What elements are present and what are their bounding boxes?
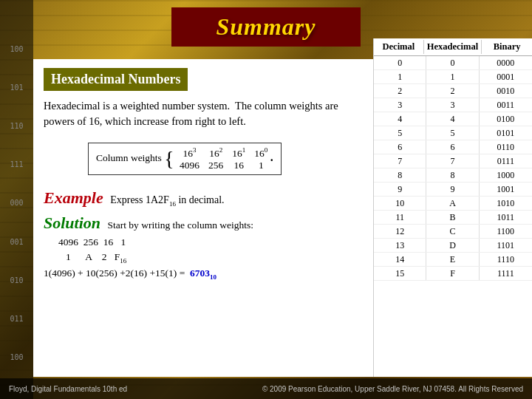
table-row: 550101 — [374, 126, 532, 140]
left-binary-column: 100 101 110 111 000 001 010 011 100 — [0, 0, 33, 399]
solution-label: Solution — [44, 214, 100, 232]
cell-r14-c1: E — [426, 253, 479, 266]
cell-r5-c2: 0101 — [480, 126, 532, 140]
table-row: 10A1010 — [374, 197, 532, 211]
cell-r0-c2: 0000 — [480, 56, 532, 69]
answer: 670310 — [188, 267, 216, 279]
cell-r11-c0: 11 — [374, 211, 426, 224]
example-line: Example Express 1A2F16 in decimal. — [44, 188, 363, 208]
table-row: 14E1110 — [374, 253, 532, 267]
binary-num-4: 111 — [10, 160, 23, 168]
cell-r9-c1: 9 — [426, 183, 479, 196]
solution-calculation: 1(4096) + 10(256) +2(16) +15(1) = — [44, 267, 185, 279]
cell-r1-c2: 0001 — [480, 70, 532, 83]
table-row: 110001 — [374, 70, 532, 84]
body-text: Hexadecimal is a weighted number system.… — [44, 98, 363, 129]
col-val-1: 1 — [254, 160, 267, 171]
cell-r7-c1: 7 — [426, 154, 479, 168]
cell-r3-c0: 3 — [374, 98, 426, 112]
cell-r15-c1: F — [426, 267, 479, 280]
cell-r4-c0: 4 — [374, 112, 426, 126]
cell-r6-c1: 6 — [426, 140, 479, 154]
cell-r9-c2: 1001 — [480, 183, 532, 196]
footer: Floyd, Digital Fundamentals 10th ed © 20… — [0, 378, 532, 399]
binary-num-5: 000 — [10, 199, 23, 207]
table-row: 15F1111 — [374, 267, 532, 281]
cell-r12-c0: 12 — [374, 225, 426, 238]
cell-r7-c0: 7 — [374, 154, 426, 168]
cell-r0-c0: 0 — [374, 56, 426, 69]
cell-r4-c2: 0100 — [480, 112, 532, 126]
cell-r11-c2: 1011 — [480, 211, 532, 224]
cell-r10-c1: A — [426, 197, 479, 210]
cell-r2-c0: 2 — [374, 84, 426, 98]
cell-r13-c1: D — [426, 239, 479, 252]
cell-r8-c0: 8 — [374, 168, 426, 182]
column-weights-label: Column weights — [96, 152, 162, 163]
example-label: Example — [44, 188, 103, 207]
col-pow-3: 163 — [180, 146, 200, 160]
table-row: 660110 — [374, 140, 532, 154]
table-row: 770111 — [374, 154, 532, 168]
cell-r5-c1: 5 — [426, 126, 479, 140]
cell-r8-c1: 8 — [426, 168, 479, 182]
col-val-256: 256 — [208, 160, 223, 171]
cell-r15-c0: 15 — [374, 267, 426, 280]
cell-r15-c2: 1111 — [480, 267, 532, 280]
main-content: Hexadecimal Numbers Hexadecimal is a wei… — [33, 59, 373, 377]
col-pow-1: 161 — [232, 146, 245, 160]
cell-r6-c0: 6 — [374, 140, 426, 154]
binary-num-7: 010 — [10, 276, 23, 284]
solution-col-weights: 4096 256 16 1 — [58, 236, 126, 248]
cell-r12-c1: C — [426, 225, 479, 238]
solution-block: Solution Start by writing the column wei… — [44, 211, 363, 283]
title-bar: Summary — [0, 0, 532, 53]
footer-right: © 2009 Pearson Education, Upper Saddle R… — [262, 385, 523, 393]
table-body: 0000001100012200103300114401005501016601… — [374, 56, 532, 281]
cell-r7-c2: 0111 — [480, 154, 532, 168]
column-weights-grid: 163 162 161 160 4096 256 16 1 — [180, 146, 267, 171]
cell-r3-c2: 0011 — [480, 98, 532, 112]
binary-num-2: 101 — [10, 83, 23, 92]
example-text: Express 1A2F16 in decimal. — [110, 194, 224, 205]
col-val-16: 16 — [232, 160, 245, 171]
column-weights-container: Column weights { 163 162 161 160 4096 25… — [58, 137, 363, 181]
cell-r2-c2: 0010 — [480, 84, 532, 98]
table-row: 991001 — [374, 183, 532, 197]
brace-icon: { — [164, 147, 174, 170]
table-row: 330011 — [374, 98, 532, 112]
column-weights-box: Column weights { 163 162 161 160 4096 25… — [88, 143, 282, 175]
table-row: 000000 — [374, 56, 532, 70]
binary-num-3: 110 — [10, 122, 23, 130]
cell-r0-c1: 0 — [426, 56, 479, 69]
cell-r6-c2: 0110 — [480, 140, 532, 154]
table-row: 13D1101 — [374, 239, 532, 253]
cell-r3-c1: 3 — [426, 98, 479, 112]
solution-digits: 1 A 2 F16 — [66, 251, 126, 262]
col-pow-2: 162 — [208, 146, 223, 160]
table-row: 220010 — [374, 84, 532, 98]
cell-r13-c2: 1101 — [480, 239, 532, 252]
table-row: 440100 — [374, 112, 532, 126]
cell-r1-c1: 1 — [426, 70, 479, 83]
cell-r10-c2: 1010 — [480, 197, 532, 210]
footer-left: Floyd, Digital Fundamentals 10th ed — [9, 385, 127, 393]
page-title: Summary — [171, 7, 360, 47]
cell-r5-c0: 5 — [374, 126, 426, 140]
binary-num-9: 100 — [10, 353, 23, 361]
col-pow-0: 160 — [254, 146, 267, 160]
cell-r12-c2: 1100 — [480, 225, 532, 238]
cell-r2-c1: 2 — [426, 84, 479, 98]
cell-r13-c0: 13 — [374, 239, 426, 252]
binary-num-8: 011 — [10, 315, 23, 323]
cell-r4-c1: 4 — [426, 112, 479, 126]
section-heading: Hexadecimal Numbers — [44, 68, 188, 91]
col-val-4096: 4096 — [180, 160, 200, 171]
cell-r10-c0: 10 — [374, 197, 426, 210]
cell-r8-c2: 1000 — [480, 168, 532, 182]
cell-r9-c0: 9 — [374, 183, 426, 196]
cell-r1-c0: 1 — [374, 70, 426, 83]
hex-table: Decimal Hexadecimal Binary 0000001100012… — [373, 38, 532, 377]
solution-intro: Start by writing the column weights: — [107, 219, 253, 231]
cell-r11-c1: B — [426, 211, 479, 224]
